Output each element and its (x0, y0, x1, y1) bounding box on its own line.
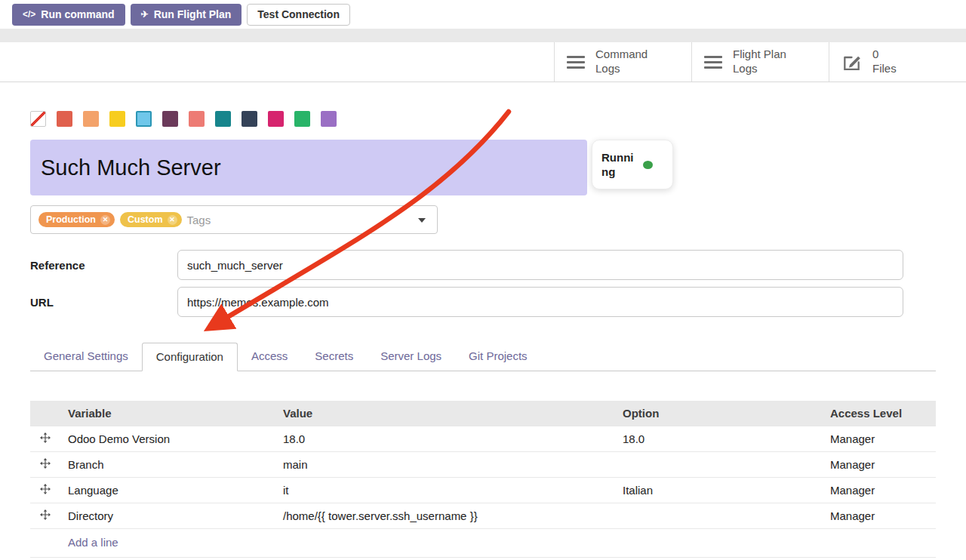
url-label: URL (30, 296, 177, 309)
files-count: 0 (872, 48, 897, 62)
flight-plan-logs-label: Flight Plan Logs (733, 48, 798, 76)
run-command-label: Run command (41, 8, 114, 20)
run-flight-plan-label: Run Flight Plan (154, 8, 232, 20)
tag-production[interactable]: Production ✕ (38, 212, 115, 227)
run-command-button[interactable]: </> Run command (12, 4, 125, 26)
url-input[interactable] (177, 287, 903, 317)
color-swatch-row (30, 111, 936, 127)
handle-column-header (30, 401, 60, 426)
color-swatch-teal[interactable] (215, 111, 231, 127)
cell-value[interactable]: /home/{{ tower.server.ssh_username }} (275, 503, 615, 529)
access-level-column-header: Access Level (823, 401, 936, 426)
drag-handle-icon[interactable] (40, 509, 51, 520)
tab-general-settings[interactable]: General Settings (30, 343, 142, 371)
cell-option[interactable] (615, 503, 823, 529)
header-stat-row: Command Logs Flight Plan Logs 0 Files (0, 42, 966, 82)
cell-access-level[interactable]: Manager (823, 426, 936, 452)
test-connection-label: Test Connection (257, 8, 340, 20)
cell-value[interactable]: main (275, 452, 615, 478)
tab-git-projects[interactable]: Git Projects (455, 343, 541, 371)
edit-icon (841, 52, 862, 72)
tab-server-logs[interactable]: Server Logs (367, 343, 455, 371)
test-connection-button[interactable]: Test Connection (247, 4, 350, 26)
cell-option[interactable]: Italian (615, 478, 823, 503)
color-swatch-green[interactable] (294, 111, 310, 127)
variable-column-header: Variable (60, 401, 275, 426)
color-swatch-purple[interactable] (321, 111, 337, 127)
plane-icon: ✈ (141, 9, 149, 20)
table-row: Odoo Demo Version 18.0 18.0 Manager (30, 426, 936, 452)
reference-field-row: Reference (30, 250, 936, 280)
code-icon: </> (23, 9, 35, 20)
status-text: Running (601, 150, 637, 180)
tag-custom-label: Custom (128, 214, 163, 225)
table-row: Directory /home/{{ tower.server.ssh_user… (30, 503, 936, 529)
tab-secrets[interactable]: Secrets (301, 343, 367, 371)
files-button[interactable]: 0 Files (829, 42, 966, 82)
color-swatch-cyan-selected[interactable] (136, 111, 152, 127)
tag-custom[interactable]: Custom ✕ (120, 212, 182, 227)
color-swatch-red[interactable] (57, 111, 72, 127)
page: </> Run command ✈ Run Flight Plan Test C… (0, 0, 966, 560)
tab-bar: General Settings Configuration Access Se… (30, 343, 936, 371)
table-header-row: Variable Value Option Access Level (30, 401, 936, 426)
tags-placeholder: Tags (187, 214, 211, 226)
tag-production-label: Production (46, 214, 96, 225)
remove-tag-icon[interactable]: ✕ (100, 215, 110, 225)
cell-value[interactable]: 18.0 (275, 426, 615, 452)
status-dot-icon (643, 161, 653, 169)
list-icon (567, 56, 585, 69)
cell-access-level[interactable]: Manager (823, 478, 936, 503)
configuration-table: Variable Value Option Access Level Odoo … (30, 401, 936, 529)
color-swatch-salmon[interactable] (189, 111, 205, 127)
files-label: Files (872, 62, 897, 76)
tab-configuration[interactable]: Configuration (142, 343, 238, 371)
color-swatch-navy[interactable] (242, 111, 257, 127)
cell-variable[interactable]: Branch (60, 452, 275, 478)
cell-variable[interactable]: Odoo Demo Version (60, 426, 275, 452)
command-logs-label: Command Logs (595, 48, 660, 76)
color-swatch-yellow[interactable] (109, 111, 125, 127)
value-column-header: Value (275, 401, 615, 426)
reference-label: Reference (30, 259, 177, 272)
cell-variable[interactable]: Language (60, 478, 275, 503)
table-row: Language it Italian Manager (30, 478, 936, 503)
option-column-header: Option (615, 401, 823, 426)
color-swatch-magenta[interactable] (268, 111, 284, 127)
cell-option[interactable] (615, 452, 823, 478)
reference-input[interactable] (177, 250, 903, 280)
cell-value[interactable]: it (275, 478, 615, 503)
title-row: Such Much Server Running (30, 140, 936, 195)
main-content: Such Much Server Running Production ✕ Cu… (0, 111, 966, 558)
url-field-row: URL (30, 287, 936, 317)
drag-handle-icon[interactable] (40, 484, 51, 494)
server-name-input[interactable]: Such Much Server (30, 140, 587, 195)
color-swatch-orange[interactable] (83, 111, 99, 127)
tags-input[interactable]: Production ✕ Custom ✕ Tags (30, 205, 438, 234)
color-swatch-dark-maroon[interactable] (162, 111, 178, 127)
command-logs-button[interactable]: Command Logs (554, 42, 691, 82)
cell-access-level[interactable]: Manager (823, 452, 936, 478)
color-swatch-no-color[interactable] (30, 111, 46, 127)
list-icon (704, 56, 722, 69)
drag-handle-icon[interactable] (40, 458, 51, 469)
tab-access[interactable]: Access (238, 343, 301, 371)
flight-plan-logs-button[interactable]: Flight Plan Logs (691, 42, 829, 82)
top-toolbar: </> Run command ✈ Run Flight Plan Test C… (0, 0, 966, 29)
remove-tag-icon[interactable]: ✕ (168, 215, 177, 225)
drag-handle-icon[interactable] (40, 432, 51, 443)
add-line-link[interactable]: Add a line (30, 529, 936, 558)
dropdown-caret-icon[interactable] (418, 218, 426, 223)
cell-option[interactable]: 18.0 (615, 426, 823, 452)
cell-access-level[interactable]: Manager (823, 503, 936, 529)
table-row: Branch main Manager (30, 452, 936, 478)
cell-variable[interactable]: Directory (60, 503, 275, 529)
run-flight-plan-button[interactable]: ✈ Run Flight Plan (131, 4, 242, 26)
status-card: Running (592, 140, 673, 189)
separator-band (0, 29, 966, 42)
